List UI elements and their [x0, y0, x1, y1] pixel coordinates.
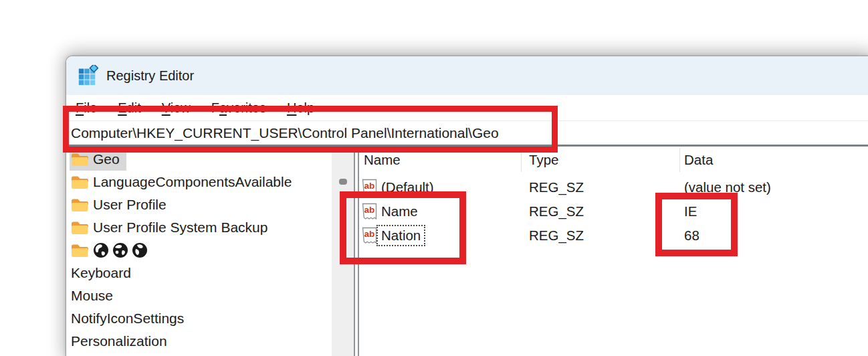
svg-text:ab: ab — [364, 205, 375, 215]
tree-item-label: Geo — [93, 151, 120, 167]
tree-pane: Geo — [66, 147, 355, 356]
value-data: IE — [679, 203, 868, 219]
tree-item[interactable]: User Profile — [70, 193, 173, 216]
folder-icon — [71, 198, 88, 212]
globe-africa-icon — [132, 242, 148, 258]
value-name: Nation — [378, 226, 424, 245]
tree-item[interactable]: Keyboard — [70, 262, 138, 284]
screen: Registry Editor File Edit View Favorites… — [0, 0, 868, 356]
value-name: Name — [378, 202, 421, 221]
value-list: ab (Default) REG_SZ (value not set) — [359, 173, 868, 248]
menu-item[interactable]: Favorites — [211, 100, 266, 116]
globe-asia-icon — [112, 242, 128, 258]
tree-item[interactable]: NotifyIconSettings — [70, 307, 191, 330]
string-value-icon: ab — [362, 179, 377, 196]
tree-item[interactable]: User Profile System Backup — [70, 216, 274, 239]
registry-editor-icon — [77, 65, 98, 86]
value-row[interactable]: ab (Default) REG_SZ (value not set) — [359, 175, 868, 199]
tree-item-label: Mouse — [71, 288, 113, 304]
tree-item[interactable]: Geo — [70, 148, 126, 171]
value-row[interactable]: ab Name REG_SZ IE — [359, 199, 868, 224]
tree-item-label: Personalization — [71, 333, 167, 349]
column-divider[interactable] — [521, 148, 522, 172]
column-header-type[interactable]: Type — [521, 152, 679, 168]
svg-text:ab: ab — [364, 229, 375, 239]
value-type: REG_SZ — [521, 179, 679, 195]
menu-item[interactable]: File — [76, 100, 97, 116]
column-header-data[interactable]: Data — [679, 152, 868, 168]
tree-item[interactable]: LanguageComponentsAvailable — [70, 171, 298, 193]
tree-item[interactable]: Personalization — [70, 330, 174, 353]
tree-item-label: User Profile — [93, 197, 167, 213]
tree-item-label: Keyboard — [71, 265, 131, 281]
address-path: Computer\HKEY_CURRENT_USER\Control Panel… — [71, 125, 499, 141]
string-value-icon: ab — [362, 203, 377, 220]
registry-tree: Geo — [66, 147, 354, 353]
string-value-icon: ab — [362, 227, 377, 244]
title-bar: Registry Editor — [66, 56, 868, 95]
menu-item[interactable]: View — [162, 100, 191, 116]
value-data: (value not set) — [679, 179, 868, 195]
tree-item-label: NotifyIconSettings — [71, 310, 184, 327]
address-bar[interactable]: Computer\HKEY_CURRENT_USER\Control Panel… — [66, 121, 868, 145]
tree-item[interactable]: Mouse — [70, 284, 120, 307]
value-name: (Default) — [378, 178, 437, 197]
tree-item[interactable] — [70, 239, 159, 262]
panes: Geo — [66, 147, 868, 356]
window-title: Registry Editor — [106, 68, 194, 84]
folder-icon — [71, 153, 88, 167]
tree-item-label: LanguageComponentsAvailable — [93, 174, 292, 190]
svg-text:ab: ab — [364, 181, 375, 191]
globe-americas-icon — [93, 242, 109, 258]
value-row[interactable]: ab Nation REG_SZ 68 — [359, 224, 868, 248]
values-pane: Name Type Data — [359, 147, 868, 356]
column-header-name[interactable]: Name — [359, 152, 521, 168]
value-type: REG_SZ — [521, 203, 679, 219]
value-data: 68 — [679, 228, 868, 244]
list-header: Name Type Data — [359, 147, 868, 173]
folder-icon — [71, 221, 88, 235]
menu-bar: File Edit View Favorites Help — [66, 95, 868, 121]
registry-editor-window: Registry Editor File Edit View Favorites… — [66, 56, 868, 356]
folder-icon — [71, 244, 88, 258]
menu-item[interactable]: Help — [287, 100, 314, 116]
tree-item-label: User Profile System Backup — [93, 219, 267, 236]
value-type: REG_SZ — [521, 228, 679, 244]
column-divider[interactable] — [679, 148, 680, 172]
folder-icon — [71, 175, 88, 189]
menu-item[interactable]: Edit — [118, 100, 140, 116]
